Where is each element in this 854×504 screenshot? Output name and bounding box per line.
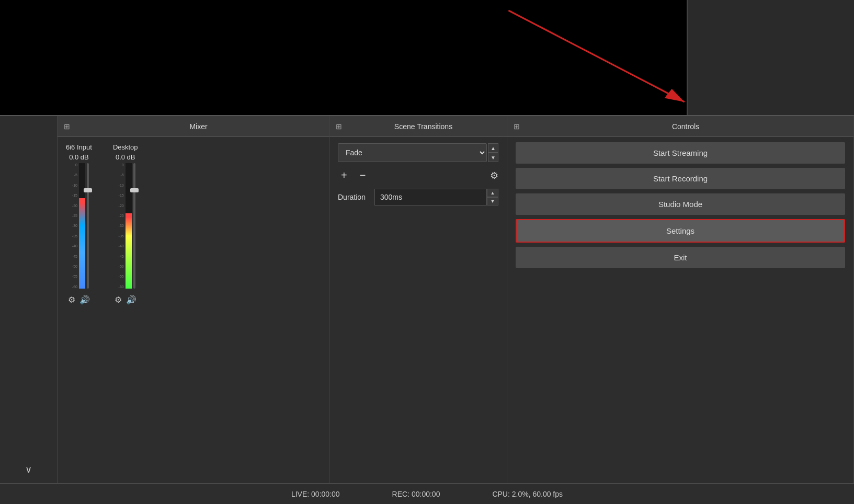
start-recording-button[interactable]: Start Recording [516, 168, 845, 189]
mixer-panel-header: ⊞ Mixer [58, 116, 329, 137]
transitions-header-icon: ⊞ [336, 122, 342, 131]
controls-panel-title: Controls [524, 122, 847, 131]
channel-1-name: 6i6 Input [66, 143, 92, 151]
status-bar: LIVE: 00:00:00 REC: 00:00:00 CPU: 2.0%, … [0, 483, 854, 504]
duration-input[interactable] [374, 189, 487, 205]
channel-2-meter: 0-5-10-15-20-25 -30-35-40-45-50-55-60 [116, 163, 135, 289]
transition-spinner-down[interactable]: ▼ [488, 153, 498, 162]
preview-main [0, 0, 687, 115]
studio-mode-button[interactable]: Studio Mode [516, 193, 845, 215]
channel-1-slider-thumb[interactable] [84, 188, 92, 192]
rec-status: REC: 00:00:00 [392, 490, 440, 498]
duration-spinner-up[interactable]: ▲ [487, 189, 498, 197]
left-sidebar: ∨ [0, 116, 58, 483]
channel-1-meter: 0-5-10-15-20-25 -30-35-40-45-50-55-60 [69, 163, 89, 289]
preview-right-panel [687, 0, 854, 115]
scene-transitions-panel: ⊞ Scene Transitions Fade Cut Swipe Slide… [329, 116, 507, 483]
channel-1-slider[interactable] [87, 163, 89, 289]
svg-line-1 [508, 10, 685, 102]
channel-1-gear-button[interactable]: ⚙ [68, 295, 75, 305]
channel-2-speaker-button[interactable]: 🔊 [126, 295, 136, 305]
cpu-status: CPU: 2.0%, 60.00 fps [492, 490, 563, 498]
transitions-panel-header: ⊞ Scene Transitions [329, 116, 507, 137]
channel-2-db: 0.0 dB [116, 153, 135, 161]
start-streaming-button[interactable]: Start Streaming [516, 142, 845, 164]
transition-spinner-up[interactable]: ▲ [488, 143, 498, 153]
channel-1-controls: ⚙ 🔊 [68, 295, 90, 305]
audio-channel-1: 6i6 Input 0.0 dB 0-5-10-15-20-25 -30-35-… [66, 143, 92, 305]
duration-spinner-down[interactable]: ▼ [487, 197, 498, 205]
transition-add-button[interactable]: + [338, 168, 350, 182]
transition-gear-button[interactable]: ⚙ [490, 170, 498, 181]
controls-header-icon: ⊞ [514, 122, 520, 131]
audio-channel-2: Desktop 0.0 dB 0-5-10-15-20-25 -30-35-40… [113, 143, 138, 305]
sidebar-collapse-button[interactable]: ∨ [22, 461, 35, 478]
channel-2-name: Desktop [113, 143, 138, 151]
transition-remove-button[interactable]: − [357, 168, 369, 182]
channel-1-meter-fill [79, 198, 85, 289]
transition-actions: + − ⚙ [338, 168, 498, 182]
meter-marks-1: 0-5-10-15-20-25 -30-35-40-45-50-55-60 [69, 163, 77, 289]
transitions-content: Fade Cut Swipe Slide ▲ ▼ + − ⚙ [329, 137, 507, 212]
channel-2-meter-fill [126, 213, 132, 289]
mixer-header-icon: ⊞ [64, 122, 70, 131]
mixer-panel: ⊞ Mixer 6i6 Input 0.0 dB 0-5-10-15-20-25… [58, 116, 329, 483]
channel-1-speaker-button[interactable]: 🔊 [79, 295, 90, 305]
channel-1-db: 0.0 dB [69, 153, 89, 161]
channel-2-slider[interactable] [133, 163, 135, 289]
channel-2-meter-bar [126, 163, 132, 289]
app-container: ∨ ⊞ Mixer 6i6 Input 0.0 dB 0-5-10-15-20-… [0, 0, 854, 504]
settings-button[interactable]: Settings [516, 219, 845, 243]
live-status: LIVE: 00:00:00 [291, 490, 340, 498]
panels-row: ∨ ⊞ Mixer 6i6 Input 0.0 dB 0-5-10-15-20-… [0, 115, 854, 483]
channel-1-meter-bar [79, 163, 85, 289]
duration-row: Duration ▲ ▼ [338, 189, 498, 205]
controls-panel: ⊞ Controls Start Streaming Start Recordi… [507, 116, 854, 483]
duration-spinner: ▲ ▼ [487, 189, 498, 205]
duration-label: Duration [338, 193, 369, 201]
transition-spinners: ▲ ▼ [488, 143, 498, 162]
channel-2-slider-thumb[interactable] [130, 188, 139, 192]
exit-button[interactable]: Exit [516, 247, 845, 268]
transition-select[interactable]: Fade Cut Swipe Slide [338, 143, 487, 162]
controls-content: Start Streaming Start Recording Studio M… [507, 137, 853, 273]
mixer-content: 6i6 Input 0.0 dB 0-5-10-15-20-25 -30-35-… [58, 137, 329, 311]
preview-area [0, 0, 854, 115]
mixer-panel-title: Mixer [74, 122, 323, 131]
duration-input-wrap: ▲ ▼ [374, 189, 498, 205]
meter-marks-2: 0-5-10-15-20-25 -30-35-40-45-50-55-60 [116, 163, 124, 289]
transition-select-row: Fade Cut Swipe Slide ▲ ▼ [338, 143, 498, 162]
channel-2-controls: ⚙ 🔊 [115, 295, 136, 305]
channel-2-gear-button[interactable]: ⚙ [115, 295, 122, 305]
transitions-panel-title: Scene Transitions [346, 122, 500, 131]
controls-panel-header: ⊞ Controls [507, 116, 853, 137]
